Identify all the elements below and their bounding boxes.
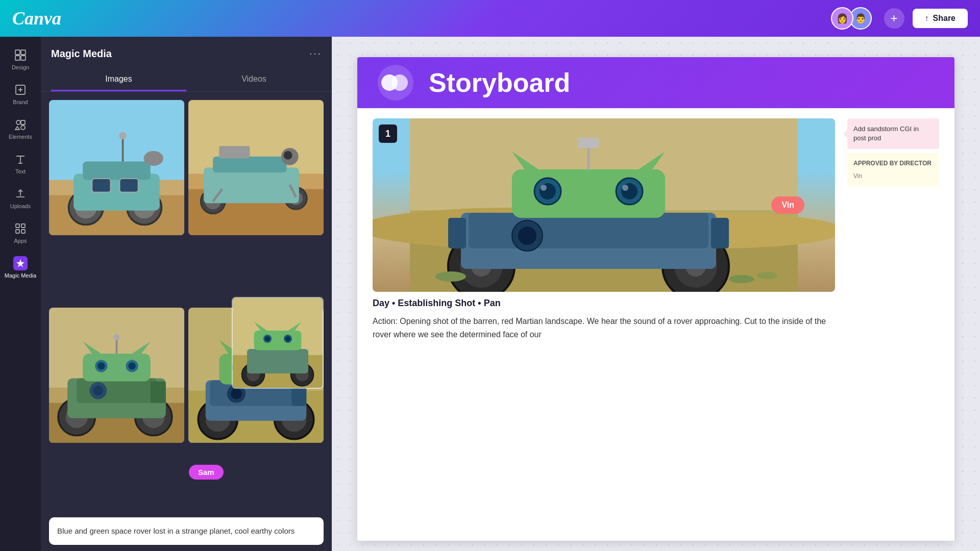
svg-point-95 [285,336,290,341]
svg-point-121 [622,185,628,191]
svg-rect-0 [15,50,20,55]
sidebar-item-apps[interactable]: Apps [2,216,39,249]
svg-rect-6 [21,120,25,124]
sidebar-item-design-label: Design [12,64,29,70]
sam-cursor-badge: Sam [189,465,224,480]
annotation-sandstorm[interactable]: Add sandstorm CGI in post prod [847,118,939,149]
svg-rect-49 [77,378,157,403]
prompt-box: Blue and green space rover lost in a str… [49,517,324,545]
svg-rect-21 [83,161,151,180]
header-actions: 👩 👨 + ↑ Share [831,7,968,30]
svg-rect-1 [21,50,26,55]
svg-point-7 [21,126,25,130]
svg-rect-61 [151,381,166,403]
panel-header: Magic Media ··· [41,37,332,68]
scene-number-badge: 1 [379,124,397,143]
storyboard-header: Storyboard [357,57,954,108]
storyboard-body: 1 [357,108,954,351]
sidebar-item-text[interactable]: Text [2,147,39,180]
annotations-panel: Add sandstorm CGI in post prod APPROVED … [847,118,939,341]
main-layout: Design Brand Elements [0,37,980,551]
svg-point-23 [119,132,126,139]
panel-menu-button[interactable]: ··· [309,47,322,60]
sidebar-item-elements[interactable]: Elements [2,112,39,145]
app-header: Canva 👩 👨 + ↑ Share [0,0,980,37]
tab-images[interactable]: Images [51,68,186,91]
image-cell-2[interactable] [188,100,324,235]
svg-point-125 [518,227,536,245]
image-cell-1[interactable] [49,100,184,235]
storyboard-container: Storyboard 1 [357,57,954,541]
dragged-image[interactable] [232,297,324,389]
svg-rect-50 [83,354,151,381]
svg-point-5 [16,120,20,124]
svg-rect-26 [120,179,138,192]
share-icon: ↑ [925,14,929,23]
sidebar-item-apps-label: Apps [14,238,27,244]
share-label: Share [933,14,955,23]
sidebar-item-magic-label: Magic Media [5,272,36,279]
sidebar-item-uploads-label: Uploads [10,203,31,209]
annotation-approved[interactable]: APPROVED BY DIRECTOR Vin [847,153,939,187]
sidebar-item-design[interactable]: Design [2,43,39,76]
design-icon [13,48,28,62]
svg-point-54 [97,362,105,369]
svg-rect-111 [448,218,466,248]
svg-point-126 [435,271,466,282]
large-scene-image: Vin [373,118,835,292]
svg-point-80 [231,388,242,399]
vin-cursor-badge: Vin [771,196,804,214]
image-cell-3[interactable] [49,308,184,443]
svg-point-58 [113,334,119,340]
svg-rect-110 [469,213,708,248]
collaborator-avatars: 👩 👨 [831,7,872,30]
sidebar-item-uploads[interactable]: Uploads [2,182,39,214]
elements-icon [13,117,28,132]
sidebar-item-elements-label: Elements [9,134,32,140]
magic-media-icon [13,256,28,270]
svg-rect-10 [16,230,19,233]
add-collaborator-button[interactable]: + [884,8,904,29]
scene-description: Action: Opening shot of the barren, red … [373,315,835,341]
canva-logo: Canva [12,8,61,29]
storyboard-logo [378,65,413,101]
svg-rect-38 [219,146,250,158]
svg-point-120 [541,185,547,191]
storyboard-title: Storyboard [429,67,570,98]
panel-title: Magic Media [51,48,112,60]
sidebar-item-text-label: Text [15,168,26,174]
svg-rect-9 [21,224,25,228]
svg-rect-3 [21,56,26,60]
svg-point-93 [265,336,270,341]
prompt-text: Blue and green space rover lost in a str… [57,525,315,537]
sidebar-item-brand[interactable]: Brand [2,78,39,110]
approved-label: APPROVED BY DIRECTOR [853,159,933,168]
svg-point-60 [93,386,103,395]
svg-rect-8 [16,224,19,228]
svg-rect-123 [578,138,599,148]
svg-point-128 [757,272,777,279]
svg-rect-88 [247,349,308,373]
sidebar: Design Brand Elements [0,37,41,551]
panel-tabs: Images Videos [41,68,332,92]
magic-media-panel: Magic Media ··· Images Videos [41,37,332,551]
svg-point-56 [128,362,135,369]
canvas-area[interactable]: Storyboard 1 [332,37,980,551]
image-grid [41,100,332,511]
sidebar-item-brand-label: Brand [13,99,28,105]
annotation-sandstorm-text: Add sandstorm CGI in post prod [853,125,919,142]
scene-container: 1 [373,118,835,341]
svg-rect-25 [92,179,110,192]
scene-caption: Day • Establishing Shot • Pan [373,298,835,309]
avatar-user1: 👩 [831,7,853,30]
sidebar-item-magic-media[interactable]: Magic Media [2,251,39,284]
share-button[interactable]: ↑ Share [913,9,968,28]
svg-rect-112 [711,218,729,248]
tab-videos[interactable]: Videos [186,68,322,91]
scene-image-wrapper: 1 [373,118,835,292]
text-icon [13,152,28,166]
svg-rect-34 [204,168,299,204]
svg-point-24 [144,151,164,166]
svg-point-40 [284,151,292,160]
svg-point-97 [391,74,408,91]
